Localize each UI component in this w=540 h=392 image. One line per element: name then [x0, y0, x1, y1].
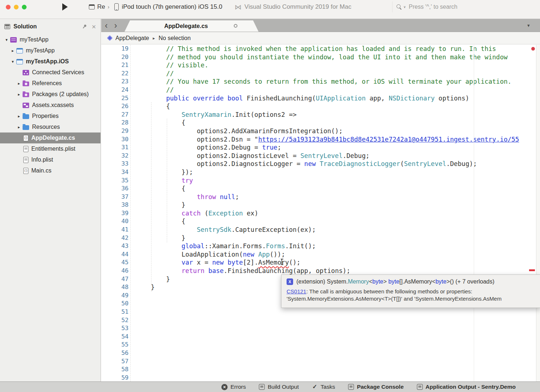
close-window-button[interactable]	[6, 5, 11, 9]
line-number[interactable]: 28	[101, 119, 129, 127]
status-item-package-console[interactable]: Package Console	[348, 384, 403, 390]
tree-item-assets-xcassets[interactable]: Assets.xcassets	[0, 100, 100, 111]
code-line-56[interactable]: 56	[101, 349, 540, 357]
tree-item-references[interactable]: ▸References	[0, 78, 100, 89]
line-number[interactable]: 21	[101, 61, 129, 70]
line-number[interactable]: 59	[101, 374, 129, 381]
tree-item-main-cs[interactable]: Main.cs	[0, 165, 100, 176]
tree-item-properties[interactable]: ▸Properties	[0, 111, 100, 122]
pin-icon[interactable]	[81, 23, 88, 30]
code-line-54[interactable]: 54	[101, 333, 540, 341]
chevron-right-icon[interactable]: ▸	[16, 81, 22, 86]
line-number[interactable]: 41	[101, 226, 129, 234]
close-icon[interactable]: ✕	[91, 24, 96, 29]
line-number[interactable]: 47	[101, 275, 129, 284]
line-number[interactable]: 37	[101, 193, 129, 201]
tree-item-appdelegate-cs[interactable]: AppDelegate.cs	[0, 132, 100, 143]
chevron-down-icon[interactable]: ▾	[10, 59, 16, 64]
code-line-46[interactable]: 46 return base.FinishedLaunching(app, op…	[101, 267, 540, 275]
chevron-right-icon[interactable]: ▸	[16, 114, 22, 119]
global-search[interactable]: ∨	[392, 1, 535, 12]
line-number[interactable]: 31	[101, 143, 129, 152]
editor-scrollbar[interactable]	[536, 45, 540, 381]
code-line-43[interactable]: 43 global::Xamarin.Forms.Forms.Init();	[101, 242, 540, 250]
code-line-45[interactable]: 45 var x = new byte[2].AsMemory();	[101, 258, 540, 267]
error-code-link[interactable]: CS0121	[287, 288, 306, 294]
code-line-24[interactable]: 24 //	[101, 86, 540, 94]
line-number[interactable]: 26	[101, 102, 129, 111]
line-number[interactable]: 46	[101, 267, 129, 275]
status-item-tasks[interactable]: Tasks	[312, 384, 335, 390]
chevron-right-icon[interactable]: ▸	[10, 48, 16, 53]
code-line-53[interactable]: 53	[101, 324, 540, 333]
line-number[interactable]: 39	[101, 209, 129, 218]
minimize-window-button[interactable]	[14, 5, 19, 9]
build-configuration-selector[interactable]: Re ›	[89, 3, 109, 11]
status-item-errors[interactable]: Errors	[221, 384, 246, 390]
run-button[interactable]	[62, 3, 68, 11]
code-line-27[interactable]: 27 SentryXamarin.Init(options2 =>	[101, 111, 540, 119]
line-number[interactable]: 45	[101, 258, 129, 267]
line-number[interactable]: 29	[101, 127, 129, 135]
line-number[interactable]: 32	[101, 152, 129, 160]
search-input[interactable]	[409, 4, 531, 10]
line-number[interactable]: 48	[101, 283, 129, 292]
line-number[interactable]: 52	[101, 316, 129, 325]
line-number[interactable]: 51	[101, 308, 129, 316]
line-number[interactable]: 27	[101, 111, 129, 119]
breadcrumb-class[interactable]: AppDelegate	[115, 35, 149, 41]
line-number[interactable]: 58	[101, 365, 129, 374]
line-number[interactable]: 24	[101, 86, 129, 94]
code-line-21[interactable]: 21 // visible.	[101, 61, 540, 70]
code-line-25[interactable]: 25 public override bool FinishedLaunchin…	[101, 94, 540, 103]
dsn-link[interactable]: https://5a193123a9b841bc8d8e42531e7242a1…	[258, 136, 519, 143]
code-line-44[interactable]: 44 LoadApplication(new App());	[101, 250, 540, 259]
navigate-back-button[interactable]: ‹	[105, 21, 108, 31]
code-line-57[interactable]: 57	[101, 357, 540, 366]
code-line-55[interactable]: 55	[101, 341, 540, 349]
line-number[interactable]: 49	[101, 292, 129, 300]
code-editor[interactable]: 19 // This method is invoked when the ap…	[101, 45, 540, 381]
tab-list-dropdown-icon[interactable]: ▼	[527, 23, 531, 28]
line-number[interactable]: 53	[101, 324, 129, 333]
code-line-19[interactable]: 19 // This method is invoked when the ap…	[101, 45, 540, 53]
chevron-right-icon[interactable]: ▸	[16, 92, 22, 97]
line-number[interactable]: 55	[101, 341, 129, 349]
code-line-51[interactable]: 51	[101, 308, 540, 316]
chevron-right-icon[interactable]: ▸	[16, 125, 22, 130]
code-line-26[interactable]: 26 {	[101, 102, 540, 111]
tree-item-mytestapp-ios[interactable]: ▾myTestApp.iOS	[0, 56, 100, 67]
tree-item-entitlements-plist[interactable]: Entitlements.plist	[0, 143, 100, 154]
tree-item-mytestapp[interactable]: ▾myTestApp	[0, 34, 100, 45]
line-number[interactable]: 35	[101, 177, 129, 185]
status-item-application-output-sentry-demo[interactable]: Application Output - Sentry.Demo	[417, 384, 516, 390]
tree-item-mytestapp[interactable]: ▸myTestApp	[0, 45, 100, 56]
code-line-22[interactable]: 22 //	[101, 70, 540, 78]
tree-item-resources[interactable]: ▸Resources	[0, 122, 100, 132]
line-number[interactable]: 33	[101, 160, 129, 168]
status-item-build-output[interactable]: Build Output	[259, 384, 299, 390]
line-number[interactable]: 42	[101, 234, 129, 242]
tab-appdelegate[interactable]: AppDelegate.cs	[125, 20, 259, 32]
line-number[interactable]: 38	[101, 201, 129, 209]
code-line-59[interactable]: 59	[101, 374, 540, 381]
line-number[interactable]: 36	[101, 185, 129, 193]
breadcrumb-member[interactable]: No selection	[159, 35, 191, 41]
line-number[interactable]: 22	[101, 70, 129, 78]
code-line-58[interactable]: 58	[101, 365, 540, 374]
device-selector[interactable]: iPod touch (7th generation) iOS 15.0	[114, 3, 222, 11]
line-number[interactable]: 25	[101, 94, 129, 103]
line-number[interactable]: 44	[101, 250, 129, 259]
tree-item-connected-services[interactable]: Connected Services	[0, 67, 100, 78]
line-number[interactable]: 57	[101, 357, 129, 366]
tree-item-packages-2-updates[interactable]: ▸Packages (2 updates)	[0, 89, 100, 100]
line-number[interactable]: 23	[101, 78, 129, 86]
line-number[interactable]: 50	[101, 300, 129, 308]
tree-item-info-plist[interactable]: Info.plist	[0, 154, 100, 165]
line-number[interactable]: 19	[101, 45, 129, 53]
line-number[interactable]: 20	[101, 53, 129, 62]
line-number[interactable]: 40	[101, 217, 129, 226]
tab-dirty-indicator[interactable]	[234, 24, 237, 28]
line-number[interactable]: 34	[101, 168, 129, 177]
chevron-down-icon[interactable]: ▾	[4, 37, 9, 42]
